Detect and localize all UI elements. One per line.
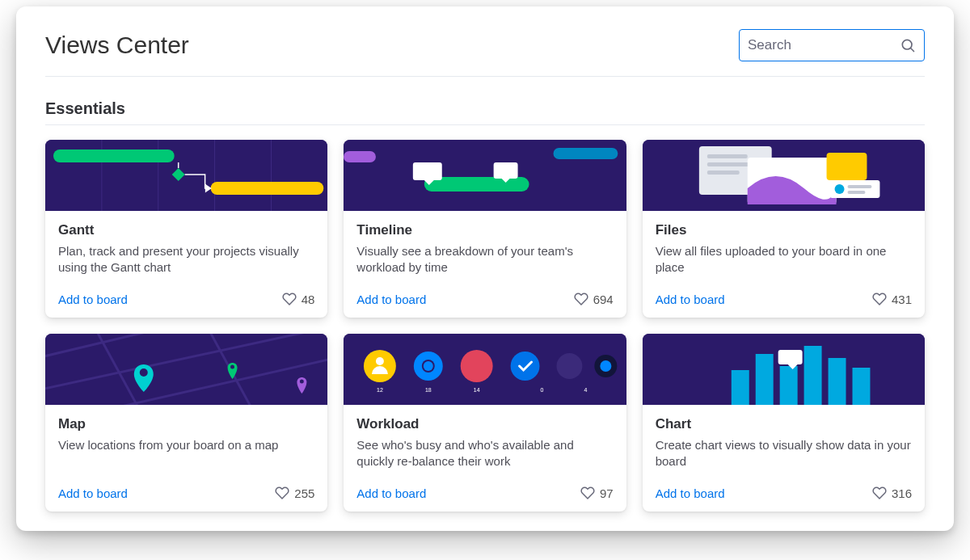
add-to-board-link[interactable]: Add to board	[656, 486, 725, 500]
likes[interactable]: 316	[872, 486, 912, 500]
views-center-panel: Views Center Essentials	[16, 6, 954, 531]
card-title: Map	[58, 416, 314, 432]
heart-icon	[275, 486, 289, 500]
svg-rect-59	[803, 346, 821, 405]
add-to-board-link[interactable]: Add to board	[656, 293, 725, 306]
svg-point-27	[834, 184, 844, 194]
search-field[interactable]	[739, 29, 925, 61]
card-thumb-map	[45, 334, 327, 405]
add-to-board-link[interactable]: Add to board	[356, 486, 426, 500]
svg-rect-13	[554, 148, 618, 159]
like-count: 255	[294, 486, 314, 500]
card-gantt[interactable]: Gantt Plan, track and present your proje…	[45, 140, 327, 318]
add-to-board-link[interactable]: Add to board	[58, 293, 128, 306]
svg-point-44	[424, 361, 433, 371]
like-count: 694	[593, 293, 614, 306]
card-title: Timeline	[356, 222, 613, 238]
card-timeline[interactable]: Timeline Visually see a breakdown of you…	[344, 140, 626, 318]
svg-point-37	[230, 365, 234, 369]
svg-point-45	[461, 350, 493, 382]
svg-rect-25	[826, 153, 867, 180]
cards-grid: Gantt Plan, track and present your proje…	[45, 140, 925, 512]
svg-point-40	[364, 350, 396, 382]
heart-icon	[282, 292, 297, 306]
like-count: 431	[892, 293, 912, 306]
card-desc: View all files uploaded to your board in…	[656, 243, 912, 277]
section-title: Essentials	[45, 99, 925, 125]
card-desc: Create chart views to visually show data…	[656, 437, 912, 471]
card-thumb-timeline	[344, 140, 626, 211]
like-count: 97	[600, 486, 614, 500]
add-to-board-link[interactable]: Add to board	[58, 486, 128, 500]
like-count: 48	[302, 293, 315, 306]
card-title: Files	[656, 222, 912, 238]
svg-rect-61	[852, 368, 870, 405]
svg-rect-17	[494, 162, 518, 179]
svg-text:12: 12	[377, 387, 383, 393]
add-to-board-link[interactable]: Add to board	[356, 293, 426, 306]
svg-rect-57	[755, 354, 773, 405]
svg-rect-29	[847, 191, 865, 194]
card-desc: See who's busy and who's available and q…	[356, 437, 613, 471]
svg-text:18: 18	[425, 387, 432, 393]
svg-point-46	[511, 352, 540, 381]
heart-icon	[574, 292, 588, 306]
card-desc: View locations from your board on a map	[58, 437, 314, 471]
card-thumb-gantt	[45, 140, 327, 211]
svg-point-41	[376, 357, 384, 365]
card-workload[interactable]: 12 18 14 0 4 Workload See who's busy and…	[344, 334, 626, 512]
heart-icon	[872, 292, 887, 306]
svg-point-38	[300, 380, 304, 384]
svg-rect-21	[707, 154, 748, 158]
svg-rect-60	[828, 358, 846, 405]
heart-icon	[872, 486, 887, 500]
svg-point-36	[140, 368, 148, 377]
card-files[interactable]: Files View all files uploaded to your bo…	[643, 140, 925, 318]
search-icon	[900, 37, 916, 53]
svg-rect-28	[847, 185, 871, 188]
card-thumb-workload: 12 18 14 0 4	[344, 334, 626, 405]
svg-rect-7	[53, 149, 175, 162]
heart-icon	[580, 486, 595, 500]
likes[interactable]: 97	[580, 486, 614, 500]
svg-rect-62	[778, 350, 802, 364]
svg-point-49	[601, 360, 612, 372]
likes[interactable]: 255	[275, 486, 314, 500]
card-thumb-chart	[643, 334, 925, 405]
card-chart[interactable]: Chart Create chart views to visually sho…	[643, 334, 925, 512]
svg-text:4: 4	[584, 387, 588, 393]
svg-rect-23	[707, 171, 740, 175]
card-thumb-files	[643, 140, 925, 211]
header-row: Views Center	[45, 29, 925, 76]
card-map[interactable]: Map View locations from your board on a …	[45, 334, 327, 512]
card-desc: Visually see a breakdown of your team's …	[356, 243, 613, 277]
svg-text:14: 14	[474, 387, 480, 393]
likes[interactable]: 694	[574, 292, 614, 306]
card-desc: Plan, track and present your projects vi…	[58, 243, 314, 277]
svg-rect-9	[211, 182, 324, 195]
svg-point-47	[557, 353, 583, 379]
likes[interactable]: 431	[872, 292, 912, 306]
page-title: Views Center	[45, 32, 189, 59]
svg-text:0: 0	[541, 387, 544, 393]
svg-line-1	[911, 48, 914, 52]
svg-rect-56	[731, 370, 749, 405]
svg-rect-58	[779, 366, 797, 405]
card-title: Gantt	[58, 222, 314, 238]
card-title: Chart	[656, 416, 912, 432]
likes[interactable]: 48	[282, 292, 315, 306]
svg-rect-15	[413, 162, 442, 180]
svg-rect-12	[344, 151, 376, 162]
card-title: Workload	[356, 416, 613, 432]
search-input[interactable]	[748, 37, 885, 53]
like-count: 316	[892, 486, 912, 500]
header-divider	[45, 76, 925, 77]
